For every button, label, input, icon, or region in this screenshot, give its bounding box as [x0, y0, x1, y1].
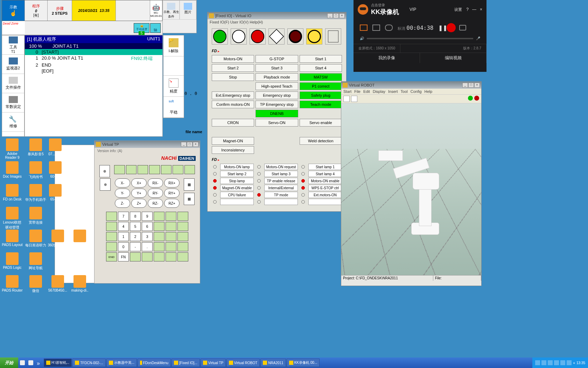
menu-tool[interactable]: Tool — [401, 89, 408, 94]
jog-ry-[interactable]: RY- — [148, 189, 163, 198]
jog-y-[interactable]: Y- — [115, 189, 130, 198]
tp-enable-1[interactable]: ⊕ — [99, 165, 110, 177]
tp-fn-1[interactable] — [114, 165, 125, 174]
tp-fn-2[interactable] — [126, 165, 136, 174]
task-Virtual-ROBOT[interactable]: Virtual ROBOT — [226, 359, 260, 367]
desktop-icon--[interactable]: 每日英语听力 — [25, 230, 46, 248]
ql-more[interactable]: » — [36, 359, 43, 367]
jog-x+[interactable]: X+ — [131, 178, 147, 188]
tray-icon-5[interactable] — [560, 360, 565, 365]
desktop-icon-Adobe-Reader-9[interactable]: Adobe Reader 9 — [2, 138, 23, 159]
tp-side-r-2-2[interactable] — [177, 232, 188, 241]
camera-button[interactable] — [459, 25, 466, 30]
desktop-icon--[interactable]: 华为手机助手 — [25, 184, 46, 202]
vio-btn-servo-on[interactable]: Servo-ON — [255, 119, 298, 127]
vio-btn-stop[interactable]: Stop — [212, 73, 254, 81]
tray-icon-3[interactable] — [548, 360, 553, 365]
tp-side-r-0-2[interactable] — [177, 212, 188, 221]
tool-t1[interactable]: 工具T1 — [2, 35, 24, 55]
tp-extra-2[interactable] — [142, 252, 153, 261]
menu-file[interactable]: File — [354, 89, 360, 94]
tp-side-r-0-0[interactable] — [154, 212, 164, 221]
tp-side-r-1-1[interactable] — [166, 222, 176, 231]
vr-tool-1[interactable] — [343, 96, 350, 102]
numkey-3[interactable]: 3 — [142, 232, 153, 241]
vr-tool-2[interactable] — [351, 96, 357, 102]
tp-enable-2[interactable]: ⊕ — [100, 178, 111, 191]
kk-header[interactable]: 点击登录 KK录像机 VIP 设置 ? — × — [354, 0, 486, 19]
kk-tab-edit[interactable]: 编辑视频 — [420, 53, 486, 63]
green-lamp[interactable] — [212, 28, 228, 45]
record-button[interactable] — [447, 23, 456, 32]
rtool-precision[interactable]: ↘精度 — [163, 76, 184, 97]
tp-side-r-1-2[interactable] — [177, 222, 188, 231]
desktop-icon--[interactable]: 宽带连接 — [25, 207, 46, 225]
jog-rx-[interactable]: RX- — [148, 178, 163, 188]
tool-file[interactable]: 文件操作 — [2, 74, 24, 93]
menu-config[interactable]: Config — [411, 89, 422, 94]
tp-side-r-3-1[interactable] — [166, 242, 176, 251]
tp-side-r-0-1[interactable] — [166, 212, 176, 221]
tp-side-l-1[interactable] — [106, 222, 117, 231]
vio-titlebar[interactable]: [Fixed IO] - Virtual IO _ □ × — [208, 12, 346, 19]
kk-vip-badge[interactable]: VIP — [410, 7, 416, 12]
program-cell[interactable]: 程序 0 [有] — [25, 0, 48, 21]
jog-rz+[interactable]: RZ+ — [164, 199, 180, 208]
tp-fn-key[interactable]: FN — [118, 252, 129, 261]
close-button[interactable]: × — [474, 83, 480, 88]
tp-side-r-3-0[interactable] — [154, 242, 164, 251]
desktop-icon-PADS-Logic[interactable]: PADS Logic — [2, 252, 23, 270]
speaker-icon[interactable]: 🔊 — [360, 36, 364, 40]
desktop-icon-PADS-Layout[interactable]: PADS Layout — [2, 230, 23, 247]
kk-login-link[interactable]: 点击登录 — [371, 3, 399, 8]
tp-extra-5[interactable] — [177, 252, 188, 261]
pic-btn[interactable]: 图片 — [180, 0, 196, 20]
desktop-icon-Internet-Explorer[interactable]: Internet Explorer — [69, 230, 90, 251]
screen-icon[interactable] — [360, 25, 368, 31]
ql-desktop[interactable] — [27, 359, 34, 367]
desktop-icon-60-1-[interactable]: 60-1... — [45, 161, 66, 178]
maximize-button[interactable]: □ — [333, 13, 339, 18]
code-line-1[interactable]: 1 20.0 % JOINT A1 T1FN92.终端 — [25, 55, 162, 62]
tp-side-l-3[interactable] — [106, 242, 117, 251]
tp-page-down[interactable]: ▦ — [184, 193, 195, 205]
white-lamp[interactable] — [231, 28, 247, 45]
kk-help-icon[interactable]: ? — [466, 7, 469, 12]
vio-btn-cron[interactable]: CRON — [212, 119, 254, 127]
desktop-icon-making-di-[interactable]: making-di.. — [69, 275, 90, 292]
vio-btn-teach-mode[interactable]: Teach mode — [300, 101, 342, 108]
numkey-9[interactable]: 9 — [142, 212, 153, 221]
close-button[interactable]: × — [339, 13, 345, 18]
task-Virtual-TP[interactable]: Virtual TP — [201, 359, 226, 367]
red-lamp[interactable] — [250, 28, 266, 45]
tp-end[interactable]: END — [106, 252, 117, 261]
jog-ry+[interactable]: RY+ — [164, 189, 180, 198]
desktop-icon--[interactable]: 微信 — [25, 275, 46, 293]
mic-icon[interactable]: 🎤 — [476, 36, 480, 40]
kk-settings-link[interactable]: 设置 — [454, 7, 462, 12]
tp-fn-7[interactable] — [184, 165, 195, 174]
numkey-6[interactable]: 6 — [142, 222, 153, 231]
desktop-icon-5670B450-[interactable]: 5670B450... — [47, 275, 68, 292]
tp-fn-3[interactable] — [138, 165, 148, 174]
jog-z-[interactable]: Z- — [115, 199, 130, 208]
menu-edit[interactable]: Edit — [363, 89, 370, 94]
desktop-icon-Doc-Images[interactable]: Doc Images — [2, 161, 23, 178]
vio-btn-start-2[interactable]: Start 2 — [212, 64, 254, 72]
tp-side-r-3-2[interactable] — [177, 242, 188, 251]
desktop-icon-PADS-Router[interactable]: PADS Router — [2, 275, 23, 292]
jog-z+[interactable]: Z+ — [131, 199, 147, 208]
tray-icon-2[interactable] — [541, 360, 546, 365]
tray-icon-1[interactable] — [535, 360, 540, 365]
vio-btn-inconsistency[interactable]: Inconsistency — [212, 146, 254, 154]
task--Fixed-IO-[interactable]: [Fixed IO]... — [172, 359, 200, 367]
tray-icon-6[interactable] — [567, 360, 572, 365]
tp-fn-4[interactable] — [149, 165, 160, 174]
desktop-icon--[interactable]: 飞鸽传书 — [25, 161, 46, 179]
vio-btn-start-4[interactable]: Start 4 — [300, 64, 342, 72]
vio-btn-start-3[interactable]: Start 3 — [255, 64, 298, 72]
desktop-icon-65-1-[interactable]: 65-1... — [45, 184, 66, 201]
vio-btn-confirm-motors-on[interactable]: Confirm motors-ON — [212, 101, 254, 108]
regen-btn[interactable]: 示教、再生条件 — [163, 0, 180, 20]
jog-rx+[interactable]: RX+ — [164, 178, 180, 188]
